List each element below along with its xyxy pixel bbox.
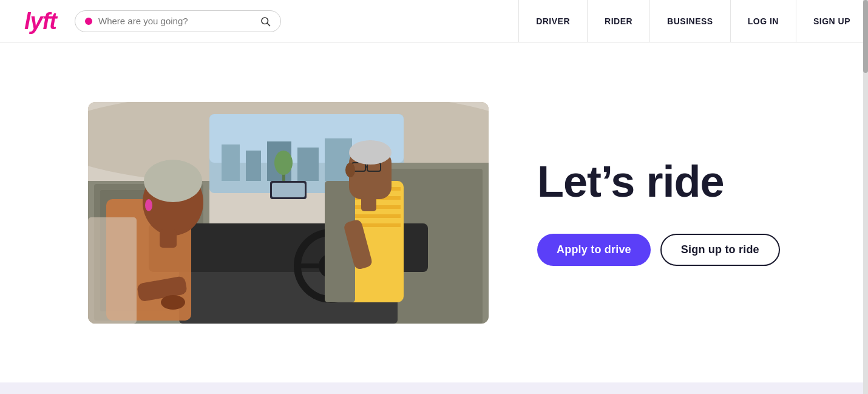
svg-point-13 bbox=[274, 151, 293, 175]
footer-bar bbox=[0, 382, 868, 394]
svg-line-1 bbox=[267, 23, 270, 25]
lyft-logo[interactable]: lyft bbox=[24, 10, 56, 33]
apply-to-drive-button[interactable]: Apply to drive bbox=[537, 234, 651, 266]
sign-up-to-ride-button[interactable]: Sign up to ride bbox=[660, 234, 780, 266]
svg-point-49 bbox=[345, 163, 355, 177]
search-icon bbox=[260, 16, 271, 27]
svg-point-54 bbox=[144, 160, 202, 202]
svg-rect-57 bbox=[160, 229, 177, 248]
nav-login[interactable]: LOG IN bbox=[730, 0, 796, 42]
scrollbar-thumb[interactable] bbox=[863, 0, 868, 73]
main-nav: DRIVER RIDER BUSINESS LOG IN SIGN UP bbox=[518, 0, 868, 42]
nav-rider[interactable]: RIDER bbox=[587, 0, 649, 42]
header: lyft DRIVER RIDER BUSINESS LOG IN SIGN U… bbox=[0, 0, 868, 42]
svg-rect-60 bbox=[88, 217, 137, 324]
nav-business[interactable]: BUSINESS bbox=[649, 0, 730, 42]
hero-buttons: Apply to drive Sign up to ride bbox=[537, 234, 780, 266]
svg-rect-15 bbox=[272, 183, 305, 197]
scrollbar-track[interactable] bbox=[863, 0, 868, 394]
hero-image bbox=[88, 102, 489, 324]
nav-signup[interactable]: SIGN UP bbox=[796, 0, 868, 42]
search-submit-button[interactable] bbox=[260, 16, 271, 27]
search-bar-wrapper bbox=[75, 10, 281, 32]
hero-heading: Let’s ride bbox=[537, 159, 724, 205]
search-input[interactable] bbox=[98, 16, 255, 26]
svg-rect-6 bbox=[222, 144, 240, 181]
logo-area: lyft bbox=[24, 10, 56, 33]
hero-text: Let’s ride Apply to drive Sign up to rid… bbox=[537, 159, 832, 267]
svg-rect-50 bbox=[361, 196, 376, 211]
svg-point-48 bbox=[349, 140, 392, 165]
hero-section: Let’s ride Apply to drive Sign up to rid… bbox=[0, 42, 868, 382]
location-dot-icon bbox=[85, 18, 92, 25]
svg-point-55 bbox=[145, 199, 152, 211]
car-interior-svg bbox=[88, 102, 489, 324]
search-bar bbox=[75, 10, 281, 32]
svg-point-59 bbox=[161, 295, 185, 310]
svg-rect-9 bbox=[297, 148, 319, 181]
svg-rect-7 bbox=[246, 151, 261, 181]
nav-driver[interactable]: DRIVER bbox=[518, 0, 587, 42]
